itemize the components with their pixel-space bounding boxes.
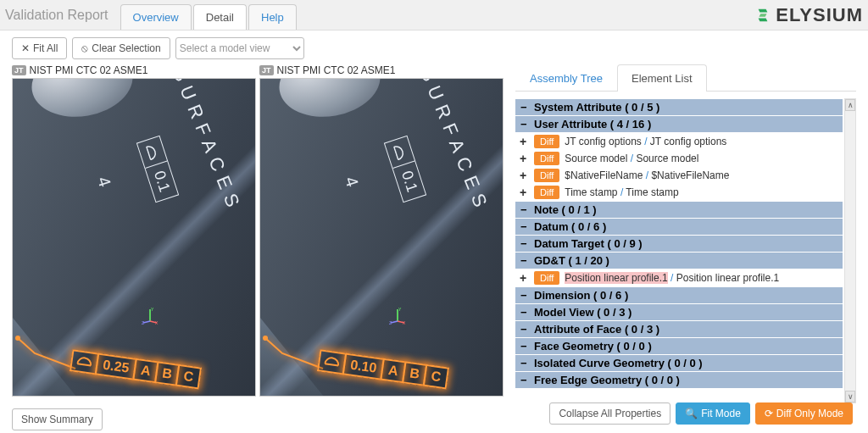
user-attr-row: +DiffSource model / Source model [515, 150, 843, 167]
diff-sep: / [620, 186, 623, 198]
model-view-select[interactable]: Select a model view [175, 37, 304, 59]
section-title: Isolated Curve Geometry ( 0 / 0 ) [534, 357, 703, 369]
section-attribute-of-face[interactable]: −Attribute of Face ( 0 / 3 ) [515, 321, 843, 337]
expand-icon[interactable]: + [517, 271, 529, 285]
diff-pair: Time stamp / Time stamp [565, 186, 678, 198]
brand-logo: ELYSIUM [755, 4, 863, 26]
diff-b: Position linear profile.1 [676, 272, 779, 284]
section-title: Datum Target ( 0 / 9 ) [534, 237, 643, 250]
section-datum-target[interactable]: −Datum Target ( 0 / 9 ) [515, 236, 843, 252]
fit-mode-button[interactable]: 🔍 Fit Mode [676, 402, 750, 425]
svg-line-3 [143, 321, 150, 323]
footer-buttons: Collapse All Properties 🔍 Fit Mode ⟳ Dif… [549, 402, 853, 425]
svg-text:X: X [155, 320, 159, 325]
svg-line-12 [391, 321, 398, 323]
diff-badge: Diff [534, 135, 559, 148]
fit-all-label: Fit All [33, 42, 58, 54]
user-attr-row: +Diff$NativeFileName / $NativeFileName [515, 167, 843, 184]
svg-text:Z: Z [142, 320, 144, 325]
scrollbar[interactable]: ∧ ∨ [844, 98, 856, 403]
expand-icon[interactable]: + [517, 135, 529, 148]
panel-tabs: Assembly Tree Element List [515, 64, 856, 92]
section-title: User Attribute ( 4 / 16 ) [534, 118, 651, 130]
axis-triad-icon: Y X Z [142, 308, 159, 325]
collapse-all-button[interactable]: Collapse All Properties [549, 402, 670, 425]
section-title: Datum ( 0 / 6 ) [534, 220, 606, 233]
tab-detail[interactable]: Detail [193, 4, 247, 30]
section-isolated-curve-geometry[interactable]: −Isolated Curve Geometry ( 0 / 0 ) [515, 355, 843, 371]
diff-badge: Diff [534, 169, 559, 182]
section-system-attribute[interactable]: −System Attribute ( 0 / 5 ) [515, 99, 843, 115]
diff-a: Position linear profile.1 [565, 272, 667, 284]
collapse-icon: − [520, 357, 529, 369]
collapse-icon: − [520, 340, 529, 353]
section-model-view[interactable]: −Model View ( 0 / 3 ) [515, 304, 843, 320]
collapse-icon: − [520, 289, 529, 302]
collapse-icon: − [520, 118, 529, 130]
user-attr-row: +DiffTime stamp / Time stamp [515, 184, 843, 201]
tab-assembly-tree[interactable]: Assembly Tree [515, 64, 617, 92]
scroll-up-icon[interactable]: ∧ [845, 99, 855, 111]
user-attr-row: +DiffJT config options / JT config optio… [515, 133, 843, 150]
section-title: GD&T ( 1 / 20 ) [534, 254, 609, 267]
svg-text:X: X [403, 320, 406, 325]
tab-overview[interactable]: Overview [120, 4, 192, 30]
section-title: Dimension ( 0 / 6 ) [534, 289, 628, 302]
collapse-icon: − [520, 306, 529, 319]
diff-a: Source model [565, 153, 627, 164]
scroll-down-icon[interactable]: ∨ [845, 391, 855, 402]
svg-text:Y: Y [151, 308, 154, 312]
svg-line-8 [77, 364, 91, 365]
diff-badge: Diff [534, 271, 559, 285]
refresh-icon: ⟳ [765, 408, 773, 419]
expand-icon[interactable]: + [517, 186, 529, 199]
viewer-right-name: NIST PMI CTC 02 ASME1 [277, 64, 396, 76]
section-datum[interactable]: −Datum ( 0 / 6 ) [515, 219, 843, 235]
diff-b: Time stamp [626, 186, 678, 198]
viewer-left-name: NIST PMI CTC 02 ASME1 [30, 64, 148, 76]
svg-text:Y: Y [398, 308, 402, 312]
fcf-datum-c: C [423, 364, 449, 390]
diff-b: JT config options [650, 136, 727, 147]
section-title: System Attribute ( 0 / 5 ) [534, 101, 659, 114]
app-title: Validation Report [5, 8, 108, 23]
properties-panel: Assembly Tree Element List ∧ ∨ −System A… [515, 64, 856, 403]
fit-all-button[interactable]: ✕ Fit All [12, 37, 67, 59]
viewers: JT NIST PMI CTC 02 ASME1 4 0.1 SURFACES … [12, 64, 504, 403]
section-free-edge-geometry[interactable]: −Free Edge Geometry ( 0 / 0 ) [515, 372, 843, 388]
diff-sep: / [631, 153, 633, 164]
jt-badge: JT [259, 65, 274, 75]
collapse-icon: − [520, 203, 529, 216]
collapse-icon: − [520, 254, 529, 267]
expand-icon[interactable]: + [517, 152, 529, 165]
gdt-row: +DiffPosition linear profile.1 / Positio… [515, 269, 843, 286]
jt-badge: JT [12, 65, 26, 75]
fcf-datum-c: C [175, 364, 202, 390]
topbar: Validation Report Overview Detail Help E… [0, 0, 868, 31]
diff-only-mode-button[interactable]: ⟳ Diff Only Mode [755, 402, 853, 425]
section-face-geometry[interactable]: −Face Geometry ( 0 / 0 ) [515, 338, 843, 354]
diff-badge: Diff [534, 152, 559, 165]
viewer-right-canvas[interactable]: 4 0.1 SURFACES Y X Z 0.10 [259, 78, 504, 397]
diff-pair: Source model / Source model [565, 153, 698, 164]
section-note[interactable]: −Note ( 0 / 1 ) [515, 202, 843, 218]
section-dimension[interactable]: −Dimension ( 0 / 6 ) [515, 287, 843, 303]
svg-text:Z: Z [389, 320, 392, 325]
viewer-right-title: JT NIST PMI CTC 02 ASME1 [259, 64, 504, 76]
diff-pair: Position linear profile.1 / Position lin… [565, 272, 779, 284]
diff-b: Source model [636, 153, 698, 164]
expand-icon[interactable]: + [517, 169, 529, 182]
section-title: Attribute of Face ( 0 / 3 ) [534, 323, 659, 336]
tab-help[interactable]: Help [248, 4, 297, 30]
section-gdt[interactable]: −GD&T ( 1 / 20 ) [515, 253, 843, 269]
svg-line-17 [325, 364, 338, 365]
section-user-attribute[interactable]: −User Attribute ( 4 / 16 ) [515, 116, 843, 132]
show-summary-button[interactable]: Show Summary [12, 408, 103, 430]
clear-selection-button[interactable]: ⦸ Clear Selection [72, 37, 170, 59]
diff-a: $NativeFileName [565, 169, 643, 181]
fit-mode-label: Fit Mode [701, 408, 741, 419]
main-area: JT NIST PMI CTC 02 ASME1 4 0.1 SURFACES … [0, 64, 868, 403]
tab-element-list[interactable]: Element List [617, 64, 707, 92]
top-tabs: Overview Detail Help [120, 0, 298, 30]
viewer-left-canvas[interactable]: 4 0.1 SURFACES Y X Z 0.25 [12, 78, 256, 397]
